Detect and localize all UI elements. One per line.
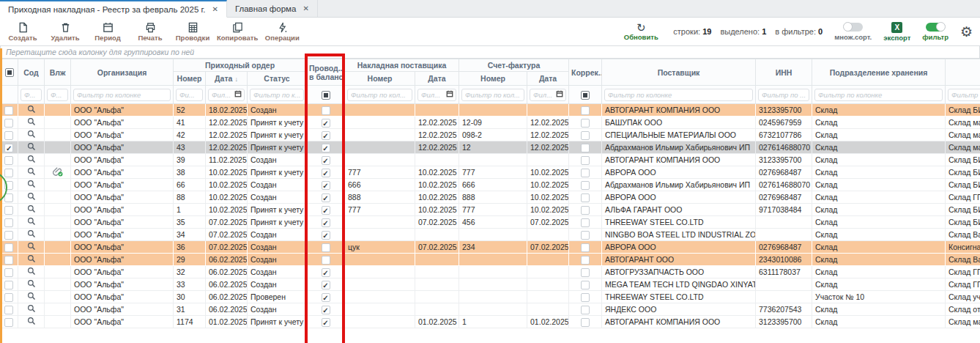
col-header-vlj[interactable]: Влж bbox=[45, 59, 71, 86]
inn-cell[interactable]: 0276968487 bbox=[756, 191, 812, 204]
inn-cell[interactable]: 027614688070 bbox=[756, 141, 812, 154]
correction-cell[interactable] bbox=[569, 229, 602, 241]
organization-cell[interactable]: ООО "Альфа" bbox=[71, 117, 174, 129]
posted-checkbox[interactable]: ✓ bbox=[322, 131, 330, 140]
row-open-cell[interactable] bbox=[18, 216, 45, 229]
row-select-cell[interactable] bbox=[1, 129, 18, 141]
posted-checkbox[interactable]: ✓ bbox=[322, 318, 330, 327]
row-select-cell[interactable] bbox=[1, 241, 18, 254]
posted-cell[interactable] bbox=[307, 104, 345, 117]
storage-division-cell[interactable]: Склад bbox=[812, 204, 946, 216]
supplier-cell[interactable]: MEGA TEAM TECH LTD QINGDAO XINYATAI STAI… bbox=[602, 279, 756, 291]
posted-checkbox[interactable] bbox=[322, 243, 330, 252]
row-select-cell[interactable] bbox=[1, 104, 18, 117]
posted-checkbox[interactable] bbox=[322, 106, 330, 115]
correction-checkbox[interactable] bbox=[581, 193, 590, 202]
order-number-cell[interactable]: 36 bbox=[174, 241, 206, 254]
search-icon[interactable] bbox=[27, 155, 36, 163]
waybill-number-cell[interactable] bbox=[345, 117, 415, 129]
row-attachment-cell[interactable] bbox=[45, 117, 71, 129]
table-row[interactable]: ✓ООО "Альфа"4312.02.2025Принят к учету✓1… bbox=[1, 141, 980, 154]
order-date-cell[interactable]: 06.02.2025 bbox=[206, 303, 248, 316]
row-open-cell[interactable] bbox=[18, 229, 45, 241]
invoice-date-cell[interactable]: 12.02.2025 bbox=[527, 141, 569, 154]
invoice-date-cell[interactable] bbox=[527, 266, 569, 279]
order-status-cell[interactable]: Принят к учету bbox=[248, 141, 307, 154]
correction-checkbox[interactable] bbox=[581, 256, 590, 265]
col-header-correction[interactable]: Коррек... bbox=[569, 59, 602, 86]
correction-cell[interactable] bbox=[569, 216, 602, 229]
row-checkbox[interactable] bbox=[4, 293, 13, 302]
col-header-supplier[interactable]: Поставщик bbox=[602, 59, 756, 86]
order-date-cell[interactable]: 11.02.2025 bbox=[206, 154, 248, 166]
supplier-cell[interactable]: АВТОГРУЗЗАПЧАСТЬ ООО bbox=[602, 266, 756, 279]
search-icon[interactable] bbox=[27, 304, 36, 313]
posted-cell[interactable]: ✓ bbox=[307, 303, 345, 316]
filter-status-input[interactable] bbox=[250, 89, 304, 101]
order-date-cell[interactable]: 18.02.2025 bbox=[206, 104, 248, 117]
order-status-cell[interactable]: Создан bbox=[248, 191, 307, 204]
posted-cell[interactable]: ✓ bbox=[307, 204, 345, 216]
order-status-cell[interactable]: Принят к учету bbox=[248, 166, 307, 179]
filter-order-date-input[interactable] bbox=[208, 89, 245, 101]
order-number-cell[interactable]: 52 bbox=[174, 104, 206, 117]
storage-division-cell[interactable]: Склад bbox=[812, 191, 946, 204]
waybill-number-cell[interactable] bbox=[345, 129, 415, 141]
tab-close-icon[interactable]: ✕ bbox=[302, 4, 308, 12]
waybill-date-cell[interactable] bbox=[415, 104, 459, 117]
invoice-date-cell[interactable]: 10.02.2025 bbox=[527, 179, 569, 191]
stock-cell[interactable]: Склад БИ bbox=[946, 216, 980, 229]
inn-cell[interactable] bbox=[756, 229, 812, 241]
correction-checkbox[interactable] bbox=[581, 243, 590, 252]
waybill-date-cell[interactable]: 12.02.2025 bbox=[415, 117, 459, 129]
posted-cell[interactable] bbox=[307, 241, 345, 254]
correction-cell[interactable] bbox=[569, 141, 602, 154]
delete-button[interactable]: Удалить bbox=[47, 22, 83, 42]
organization-cell[interactable]: ООО "Альфа" bbox=[71, 154, 174, 166]
row-open-cell[interactable] bbox=[18, 154, 45, 166]
invoice-number-cell[interactable] bbox=[459, 303, 527, 316]
invoice-number-cell[interactable] bbox=[459, 104, 527, 117]
inn-cell[interactable]: 0276968487 bbox=[756, 241, 812, 254]
order-date-cell[interactable]: 06.02.2025 bbox=[206, 279, 248, 291]
row-open-cell[interactable] bbox=[18, 191, 45, 204]
row-select-cell[interactable] bbox=[1, 179, 18, 191]
row-attachment-cell[interactable] bbox=[45, 154, 71, 166]
waybill-number-cell[interactable] bbox=[345, 104, 415, 117]
supplier-cell[interactable]: NINGBO BOA STEEL LTD INDUSTRIAL ZONE HUA… bbox=[602, 229, 756, 241]
supplier-cell[interactable]: АВТОГАРАНТ ООО bbox=[602, 254, 756, 266]
table-row[interactable]: ООО "Альфа"4212.02.2025Принят к учету✓12… bbox=[1, 129, 980, 141]
supplier-cell[interactable]: THREEWAY STEEL CO.LTD bbox=[602, 216, 756, 229]
storage-division-cell[interactable]: Склад bbox=[812, 104, 946, 117]
posted-cell[interactable]: ✓ bbox=[307, 279, 345, 291]
order-number-cell[interactable]: 29 bbox=[174, 254, 206, 266]
order-status-cell[interactable]: Принят к учету bbox=[248, 117, 307, 129]
waybill-date-cell[interactable] bbox=[415, 254, 459, 266]
order-date-cell[interactable]: 06.02.2025 bbox=[206, 266, 248, 279]
row-checkbox[interactable] bbox=[4, 119, 13, 128]
filter-sod-input[interactable] bbox=[21, 89, 42, 101]
table-row[interactable]: ООО "Альфа"6610.02.2025Создан✓66610.02.2… bbox=[1, 179, 980, 191]
inn-cell[interactable]: 9717038484 bbox=[756, 204, 812, 216]
search-icon[interactable] bbox=[27, 180, 36, 188]
waybill-number-cell[interactable]: 666 bbox=[345, 179, 415, 191]
correction-checkbox[interactable] bbox=[581, 106, 590, 115]
export-button[interactable]: X экспорт bbox=[883, 22, 910, 42]
filter-vlj-input[interactable] bbox=[47, 89, 68, 101]
filter-order-number-input[interactable] bbox=[176, 89, 203, 101]
col-header-order-status[interactable]: Статус bbox=[248, 72, 307, 86]
row-attachment-cell[interactable] bbox=[45, 229, 71, 241]
waybill-number-cell[interactable] bbox=[345, 254, 415, 266]
waybill-number-cell[interactable]: цук bbox=[345, 241, 415, 254]
order-date-cell[interactable]: 10.02.2025 bbox=[206, 179, 248, 191]
storage-division-cell[interactable]: Склад bbox=[812, 316, 946, 328]
order-date-cell[interactable]: 10.02.2025 bbox=[206, 166, 248, 179]
waybill-number-cell[interactable]: 888 bbox=[345, 191, 415, 204]
correction-cell[interactable] bbox=[569, 104, 602, 117]
waybill-number-cell[interactable] bbox=[345, 291, 415, 303]
waybill-date-cell[interactable] bbox=[415, 229, 459, 241]
tab-incoming-waybill-register[interactable]: Приходная накладная - Реестр за февраль … bbox=[0, 0, 227, 18]
invoice-number-cell[interactable]: 098-2 bbox=[459, 129, 527, 141]
invoice-date-cell[interactable] bbox=[527, 229, 569, 241]
row-select-cell[interactable] bbox=[1, 216, 18, 229]
